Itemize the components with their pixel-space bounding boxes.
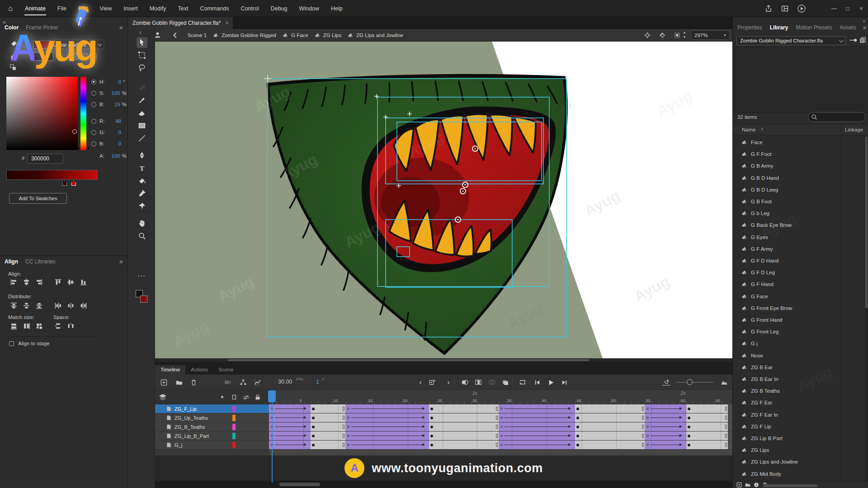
reset-timeline-zoom-icon[interactable]: ↺ bbox=[662, 378, 670, 385]
color-component-value[interactable]: 48 bbox=[109, 118, 121, 125]
static-span[interactable] bbox=[686, 432, 728, 440]
auto-keyframe-icon[interactable]: A bbox=[428, 378, 436, 386]
distribute-right-button[interactable] bbox=[79, 301, 88, 310]
column-name-label[interactable]: Name bbox=[742, 127, 756, 132]
library-item[interactable]: G F Hand bbox=[733, 278, 865, 290]
swap-colors-icon[interactable] bbox=[10, 64, 16, 70]
layer-row-zg_b_teaths[interactable]: ZG_B_Teaths bbox=[155, 422, 269, 432]
hide-layers-icon[interactable] bbox=[242, 393, 250, 401]
onion-skin-icon[interactable] bbox=[461, 378, 469, 386]
static-span[interactable] bbox=[429, 422, 499, 431]
fill-proxy-swatch[interactable] bbox=[140, 296, 147, 303]
tween-span[interactable] bbox=[645, 441, 686, 449]
library-item[interactable]: G F D Hand bbox=[733, 255, 865, 267]
layer-color-chip[interactable] bbox=[232, 415, 236, 421]
zoom-tool[interactable] bbox=[137, 230, 147, 241]
library-panel-menu-icon[interactable]: ≡ bbox=[863, 24, 867, 31]
breadcrumb-item[interactable]: Zombie Gobline Rigged bbox=[212, 32, 276, 38]
layer-frames-row[interactable] bbox=[269, 441, 732, 450]
camera-button[interactable] bbox=[224, 378, 232, 386]
static-span[interactable] bbox=[311, 422, 345, 431]
tween-span[interactable] bbox=[499, 422, 575, 431]
static-span[interactable] bbox=[575, 422, 645, 431]
pin-library-icon[interactable] bbox=[849, 38, 858, 42]
play-button[interactable] bbox=[547, 378, 555, 386]
library-item[interactable]: G F D Leg bbox=[733, 267, 865, 278]
hand-tool[interactable] bbox=[137, 218, 147, 229]
workspace-layout-icon[interactable] bbox=[781, 5, 788, 12]
stage-scroll-thumb[interactable] bbox=[227, 359, 589, 361]
color-component-value[interactable]: 0 bbox=[109, 79, 121, 85]
outline-view-icon[interactable] bbox=[230, 393, 238, 401]
library-item[interactable]: ZG B Teaths bbox=[733, 385, 865, 397]
rotate-stage-icon[interactable] bbox=[659, 32, 666, 39]
menu-debug[interactable]: Debug bbox=[265, 0, 293, 17]
zoom-level-select[interactable]: 297% ▾ bbox=[691, 30, 730, 40]
hex-value-input[interactable]: 300000 bbox=[27, 154, 63, 164]
library-item[interactable]: ZG F Ear bbox=[733, 397, 865, 408]
eraser-tool[interactable] bbox=[137, 108, 147, 118]
new-layer-button[interactable] bbox=[160, 378, 168, 386]
tween-span[interactable] bbox=[269, 422, 311, 431]
gradient-flow-repeat-button[interactable] bbox=[90, 53, 97, 60]
lasso-tool[interactable] bbox=[137, 62, 147, 73]
minimize-button[interactable]: — bbox=[827, 0, 841, 17]
timeline-tab-actions[interactable]: Actions bbox=[185, 365, 213, 375]
eyedropper-tool[interactable] bbox=[137, 188, 147, 199]
tween-span[interactable] bbox=[645, 413, 686, 422]
color-component-value[interactable]: 0 bbox=[109, 141, 121, 147]
edit-multiple-frames-icon[interactable] bbox=[501, 378, 509, 386]
tween-span[interactable] bbox=[499, 441, 575, 449]
library-tab-assets[interactable]: Assets bbox=[840, 24, 856, 31]
library-tab-library[interactable]: Library bbox=[770, 24, 788, 31]
layer-frames-row[interactable] bbox=[269, 432, 732, 441]
brush-tool[interactable] bbox=[137, 95, 147, 106]
align-to-stage-checkbox[interactable] bbox=[9, 341, 14, 346]
menu-modify[interactable]: Modify bbox=[144, 0, 172, 17]
layer-depth-button[interactable] bbox=[254, 378, 262, 386]
library-item[interactable]: Face bbox=[733, 136, 865, 148]
library-item[interactable]: ZG Lip B Part bbox=[733, 432, 865, 444]
library-item[interactable]: ZG F Lip bbox=[733, 421, 865, 432]
lock-layers-icon[interactable] bbox=[254, 393, 262, 401]
back-arrow-icon[interactable] bbox=[172, 32, 179, 38]
loop-playback-icon[interactable] bbox=[519, 378, 527, 386]
distribute-left-button[interactable] bbox=[53, 301, 62, 310]
new-folder-button[interactable] bbox=[175, 378, 183, 386]
breadcrumb-item[interactable]: G Face bbox=[282, 32, 308, 38]
layer-parenting-button[interactable] bbox=[239, 378, 247, 386]
layer-frames-row[interactable] bbox=[269, 404, 732, 413]
menu-insert[interactable]: Insert bbox=[118, 0, 143, 17]
gradient-preview-bar[interactable] bbox=[6, 170, 98, 180]
line-tool[interactable] bbox=[137, 133, 147, 144]
tab-cc-libraries[interactable]: CC Libraries bbox=[25, 258, 56, 265]
color-picker-marker[interactable] bbox=[72, 129, 77, 134]
timeline-scroll-thumb[interactable] bbox=[279, 483, 320, 486]
library-item[interactable]: G B D Leeg bbox=[733, 184, 865, 196]
static-span[interactable] bbox=[575, 441, 645, 449]
fps-value[interactable]: 30.00 bbox=[278, 379, 292, 385]
pen-tool[interactable] bbox=[137, 150, 147, 161]
tab-color[interactable]: Color bbox=[5, 24, 19, 31]
layer-frames-row[interactable] bbox=[269, 422, 732, 432]
item-properties-icon[interactable]: i bbox=[754, 482, 759, 488]
layer-color-chip[interactable] bbox=[232, 406, 236, 412]
tween-span[interactable] bbox=[499, 413, 575, 422]
align-left-button[interactable] bbox=[9, 278, 18, 286]
expand-dock-icon[interactable]: » bbox=[863, 18, 865, 23]
magic-wand-tool[interactable] bbox=[137, 82, 147, 93]
tween-span[interactable] bbox=[269, 441, 311, 449]
new-symbol-button[interactable] bbox=[736, 482, 742, 488]
tween-span[interactable] bbox=[345, 441, 429, 449]
menu-file[interactable]: File bbox=[52, 0, 72, 17]
menu-edit[interactable]: Edit bbox=[72, 0, 94, 17]
timeline-tab-scene[interactable]: Scene bbox=[213, 365, 239, 375]
tween-span[interactable] bbox=[645, 404, 686, 413]
library-item[interactable]: G Front Hand bbox=[733, 314, 865, 326]
static-span[interactable] bbox=[575, 404, 645, 413]
color-component-value[interactable]: 100 bbox=[109, 153, 120, 160]
menu-window[interactable]: Window bbox=[293, 0, 325, 17]
align-top-button[interactable] bbox=[53, 278, 62, 286]
library-item[interactable]: G F Army bbox=[733, 243, 865, 255]
library-vertical-scrollbar[interactable] bbox=[865, 136, 868, 481]
